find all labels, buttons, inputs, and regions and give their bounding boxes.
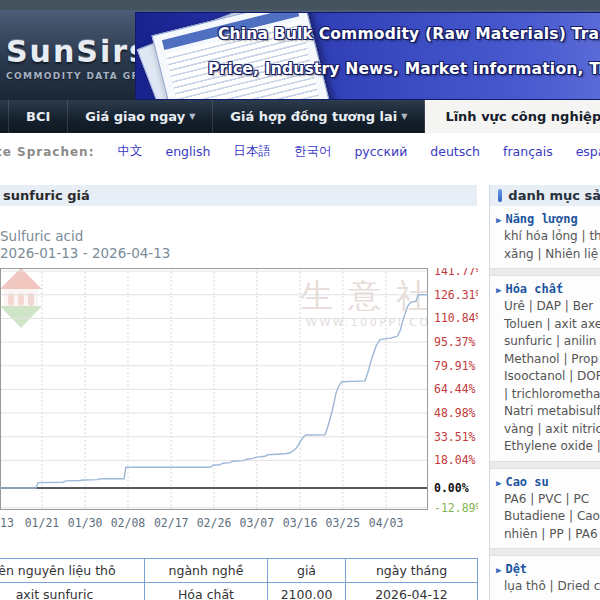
lang-link-es[interactable]: español — [576, 144, 600, 159]
chevron-down-icon: ▼ — [401, 112, 407, 121]
triangle-bullet-icon: ▶ — [496, 478, 501, 488]
lang-link-ko[interactable]: 한국어 — [294, 143, 332, 160]
section-divider — [490, 548, 600, 556]
nav-item-industry-sector[interactable]: Lĩnh vực công nghiệp ▼ — [425, 100, 600, 133]
sidebar-section: ▶Dệtlụa thô | Dried c — [490, 556, 600, 600]
sidebar-category-link[interactable]: lụa thô | Dried c — [490, 578, 600, 596]
lang-link-ja[interactable]: 日本語 — [233, 143, 271, 160]
section-divider — [490, 268, 600, 276]
lang-link-fr[interactable]: français — [503, 144, 553, 159]
sidebar-category-link[interactable]: nhiên | PP | PA6 — [490, 526, 600, 544]
cell-date: 2026-04-12 — [346, 583, 478, 600]
svg-text:18.04%: 18.04% — [434, 453, 476, 467]
catalog-icon — [498, 189, 502, 202]
sidebar-title: danh mục sả — [508, 188, 600, 203]
lang-link-ru[interactable]: русский — [354, 144, 407, 159]
table-header-row: tên nguyên liệu thô ngành nghề giá ngày … — [0, 559, 478, 583]
sidebar-category-link[interactable]: xăng | Nhiên liệ — [490, 246, 600, 264]
nav-item-spot-price[interactable]: Giá giao ngay ▼ — [68, 100, 213, 133]
nav-label: BCI — [26, 109, 50, 124]
cell-material: axit sunfuric — [0, 583, 145, 600]
svg-text:02/08: 02/08 — [111, 516, 146, 530]
svg-text:110.84%: 110.84% — [434, 311, 478, 325]
nav-label: Giá hợp đồng tương lai — [230, 109, 397, 124]
col-header-price: giá — [268, 559, 346, 583]
nav-item-futures-price[interactable]: Giá hợp đồng tương lai ▼ — [213, 100, 425, 133]
sidebar-category-link[interactable]: | trichloromethan — [490, 386, 600, 404]
sidebar-section-title[interactable]: ▶Hóa chất — [490, 279, 600, 298]
price-table: tên nguyên liệu thô ngành nghề giá ngày … — [0, 558, 478, 600]
lang-link-de[interactable]: deutsch — [430, 144, 480, 159]
col-header-date: ngày tháng — [346, 559, 478, 583]
triangle-bullet-icon: ▶ — [496, 565, 501, 575]
chart-date-range: 2026-01-13 - 2026-04-13 — [0, 245, 170, 262]
sidebar-category-link[interactable]: Butadiene | Cao — [490, 508, 600, 526]
page: SunSirs COMMODITY DATA GROUP China Bulk … — [0, 0, 600, 600]
svg-text:03/16: 03/16 — [283, 516, 318, 530]
svg-text:02/26: 02/26 — [197, 516, 232, 530]
sidebar-category-link[interactable]: sunfuric | anilin | — [490, 333, 600, 351]
promo-banner: China Bulk Commodity (Raw Materials) Tra… — [135, 12, 600, 100]
sidebar-category-link[interactable]: Isooctanol | DOP — [490, 368, 600, 386]
svg-text:64.44%: 64.44% — [434, 382, 476, 396]
sidebar-category-link[interactable]: Natri metabisulfit — [490, 403, 600, 421]
svg-text:141.77%: 141.77% — [434, 268, 478, 278]
svg-text:04/03: 04/03 — [369, 516, 404, 530]
chart-title: Sulfuric acid — [0, 228, 170, 245]
svg-text:-12.89%: -12.89% — [434, 501, 478, 515]
sidebar-category-link[interactable]: khí hóa lỏng | th — [490, 228, 600, 246]
page-title: sunfuric giá — [3, 188, 90, 203]
svg-text:01/21: 01/21 — [25, 516, 60, 530]
sidebar-section-title[interactable]: ▶Dệt — [490, 559, 600, 578]
svg-text:126.31%: 126.31% — [434, 288, 478, 302]
main-nav: BCI Giá giao ngay ▼ Giá hợp đồng tương l… — [0, 100, 600, 133]
product-category-sidebar: danh mục sả ▶Năng lượngkhí hóa lỏng | th… — [489, 185, 600, 600]
sidebar-section-title[interactable]: ▶Năng lượng — [490, 209, 600, 228]
nav-item-bci[interactable]: BCI — [8, 100, 68, 133]
chart-title-block: Sulfuric acid 2026-01-13 - 2026-04-13 — [0, 228, 170, 262]
language-label: te Sprachen: — [0, 145, 94, 159]
svg-text:95.37%: 95.37% — [434, 335, 476, 349]
site-header: SunSirs COMMODITY DATA GROUP China Bulk … — [0, 10, 600, 100]
lang-link-en[interactable]: english — [165, 144, 210, 159]
section-divider — [490, 461, 600, 469]
cell-industry: Hóa chất — [145, 583, 268, 600]
lang-link-zh[interactable]: 中文 — [117, 143, 142, 160]
sidebar-section-title[interactable]: ▶Cao su — [490, 472, 600, 491]
nav-label: Giá giao ngay — [85, 109, 185, 124]
banner-line-2: Price, Industry News, Market information… — [208, 60, 600, 78]
price-chart-svg: 141.77%126.31%110.84%95.37%79.91%64.44%4… — [0, 268, 478, 534]
svg-text:79.91%: 79.91% — [434, 359, 476, 373]
svg-text:02/17: 02/17 — [154, 516, 189, 530]
svg-text:48.98%: 48.98% — [434, 406, 476, 420]
language-bar: te Sprachen: 中文 english 日本語 한국어 русский … — [0, 133, 600, 170]
sidebar-header: danh mục sả — [490, 185, 600, 206]
svg-text:33.51%: 33.51% — [434, 430, 476, 444]
svg-text:03/25: 03/25 — [326, 516, 361, 530]
sidebar-section: ▶Cao suPA6 | PVC | PCButadiene | Caonhiê… — [490, 469, 600, 549]
sidebar-category-link[interactable]: PA6 | PVC | PC — [490, 491, 600, 509]
sidebar-section: ▶Hóa chấtUrê | DAP | BerToluen | axit ax… — [490, 276, 600, 461]
sidebar-category-link[interactable]: Ethylene oxide | — [490, 438, 600, 456]
sidebar-category-link[interactable]: Urê | DAP | Ber — [490, 298, 600, 316]
col-header-material: tên nguyên liệu thô — [0, 559, 145, 583]
svg-text:03/07: 03/07 — [239, 516, 274, 530]
svg-text:13: 13 — [0, 516, 14, 530]
sidebar-category-link[interactable]: Toluen | axit axe — [490, 316, 600, 334]
page-title-bar: sunfuric giá — [0, 185, 477, 206]
nav-label: Lĩnh vực công nghiệp — [445, 109, 600, 124]
triangle-bullet-icon: ▶ — [496, 285, 501, 295]
chevron-down-icon: ▼ — [189, 112, 195, 121]
col-header-industry: ngành nghề — [145, 559, 268, 583]
banner-line-1: China Bulk Commodity (Raw Materials) Tra… — [218, 25, 600, 43]
triangle-bullet-icon: ▶ — [496, 215, 501, 225]
sidebar-category-link[interactable]: Methanol | Prop — [490, 351, 600, 369]
sidebar-category-link[interactable]: vàng | axit nitric — [490, 421, 600, 439]
cell-price: 2100.00 — [268, 583, 346, 600]
sidebar-section: ▶Năng lượngkhí hóa lỏng | thxăng | Nhiên… — [490, 206, 600, 268]
svg-text:0.00%: 0.00% — [434, 481, 469, 495]
svg-text:01/30: 01/30 — [68, 516, 103, 530]
table-row: axit sunfuric Hóa chất 2100.00 2026-04-1… — [0, 583, 478, 600]
price-chart: 生意社 WWW.100PPI.COM 141.77%126.31%110.84%… — [0, 268, 478, 534]
